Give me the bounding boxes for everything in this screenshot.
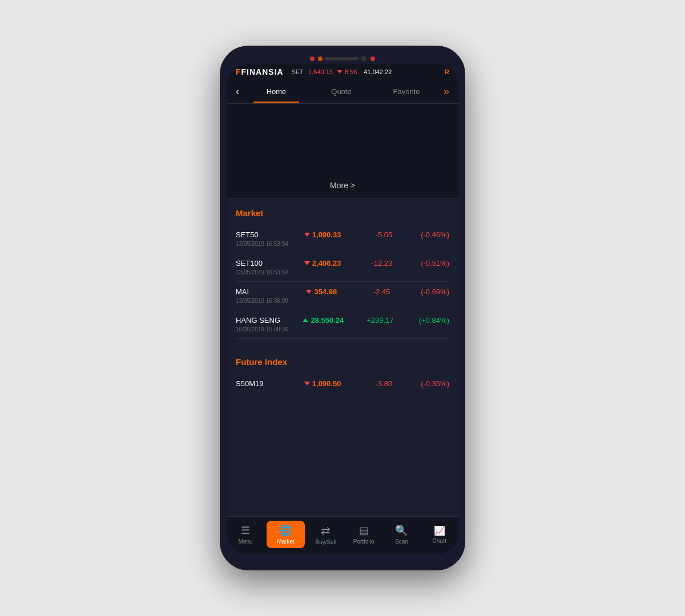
app-logo: FFINANSIA (236, 67, 284, 76)
bottom-spacer (227, 394, 458, 440)
market-icon: 🌐 (279, 524, 292, 537)
tab-favorite[interactable]: Favorite (374, 80, 439, 103)
chart-icon: 📈 (434, 525, 445, 536)
nav-chart[interactable]: 📈 Chart (421, 522, 458, 548)
nav-buysell[interactable]: ⇄ Buy/Sell (307, 520, 345, 549)
nav-portfolio[interactable]: ▤ Portfolio (345, 521, 382, 548)
nav-menu[interactable]: ☰ Menu (227, 521, 264, 548)
nav-market[interactable]: 🌐 Market (267, 521, 304, 548)
s50m19-pct: (-0.35%) (415, 379, 449, 388)
set50-pct: (-0.46%) (415, 230, 449, 239)
market-price-group: 1,090.33 (304, 230, 341, 239)
set-change: 8.56 (337, 68, 357, 75)
s50m19-arrow-down (304, 382, 310, 386)
market-section: Market SET50 1,090.33 -5.05 (-0.46%) 13/… (227, 199, 458, 339)
market-row-hangseng[interactable]: HANG SENG 28,550.24 +239.17 (+0.84%) 10/… (236, 310, 449, 339)
nav-scan[interactable]: 🔍 Scan (382, 521, 420, 548)
market-name-s50m19: S50M19 (236, 379, 281, 388)
set100-pct: (-0.51%) (415, 259, 449, 268)
set100-timestamp: 13/05/2019 16:53:54 (236, 269, 449, 275)
phone-device: FFINANSIA SET 1,640.13 8.56 41,042.22 R … (220, 46, 465, 570)
set50-change: -5.05 (364, 230, 392, 239)
mai-pct: (-0.69%) (415, 287, 449, 296)
main-content: More > Market SET50 1,090.33 -5.05 (-0.4… (227, 104, 458, 516)
menu-label: Menu (239, 538, 253, 545)
mai-change: -2.45 (362, 287, 390, 296)
market-row-s50m19[interactable]: S50M19 1,090.50 -3.80 (-0.35%) (236, 374, 449, 394)
hangseng-timestamp: 10/05/2019 15:08:36 (236, 326, 449, 333)
set-down-arrow (337, 70, 342, 74)
logo-text: FINANSIA (241, 67, 284, 76)
hangseng-arrow-up (303, 318, 308, 322)
future-index-section: Future Index S50M19 1,090.50 -3.80 (-0.3… (227, 348, 458, 394)
hangseng-change: +239.17 (365, 316, 394, 325)
portfolio-label: Portfolio (353, 538, 374, 545)
market-row-main-set100: SET100 2,406.23 -12.23 (-0.51%) (236, 259, 449, 268)
back-button[interactable]: ‹ (231, 80, 244, 103)
market-row-set100[interactable]: SET100 2,406.23 -12.23 (-0.51%) 13/05/20… (236, 253, 449, 282)
market-name-mai: MAI (236, 287, 281, 296)
set100-arrow-down (304, 261, 310, 265)
market-name-set50: SET50 (236, 230, 281, 239)
s50m19-price: 1,090.50 (312, 379, 341, 388)
set50-arrow-down (304, 233, 310, 237)
phone-screen: FFINANSIA SET 1,640.13 8.56 41,042.22 R … (227, 64, 458, 554)
market-price-group-mai: 354.98 (306, 287, 337, 296)
scan-icon: 🔍 (395, 524, 408, 537)
s50m19-change: -3.80 (364, 379, 392, 388)
mai-timestamp: 13/05/2019 16:36:00 (236, 298, 449, 304)
market-price-group-set100: 2,406.23 (304, 259, 341, 268)
nav-tabs: ‹ Home Quote Favorite » (227, 80, 458, 104)
hangseng-price: 28,550.24 (311, 316, 344, 325)
market-price-group-hangseng: 28,550.24 (303, 316, 344, 325)
buysell-label: Buy/Sell (315, 539, 336, 545)
market-name-hangseng: HANG SENG (236, 316, 281, 325)
market-label: Market (277, 538, 295, 545)
phone-notch (227, 52, 458, 64)
logo-icon: F (236, 67, 241, 76)
notch-camera (361, 56, 366, 62)
set50-timestamp: 13/05/2019 16:53:54 (236, 241, 449, 247)
set-change-value: 8.56 (345, 68, 357, 75)
market-title: Market (236, 208, 449, 218)
mai-price: 354.98 (314, 287, 337, 296)
mai-arrow-down (306, 290, 312, 294)
tab-quote[interactable]: Quote (309, 80, 374, 103)
banner-area (227, 104, 458, 172)
market-row-main: SET50 1,090.33 -5.05 (-0.46%) (236, 230, 449, 239)
portfolio-icon: ▤ (359, 524, 369, 537)
hangseng-pct: (+0.84%) (415, 316, 449, 325)
market-row-main-hangseng: HANG SENG 28,550.24 +239.17 (+0.84%) (236, 316, 449, 325)
set50-price: 1,090.33 (312, 230, 341, 239)
notch-dot-orange (318, 56, 323, 61)
market-row-mai[interactable]: MAI 354.98 -2.45 (-0.69%) 13/05/2019 16:… (236, 282, 449, 310)
set100-price: 2,406.23 (312, 259, 341, 268)
set-total: 41,042.22 (364, 68, 392, 75)
more-button[interactable]: More > (330, 181, 355, 190)
future-index-title: Future Index (236, 357, 449, 367)
market-row-main-s50m19: S50M19 1,090.50 -3.80 (-0.35%) (236, 379, 449, 388)
user-button[interactable]: R (445, 68, 449, 75)
notch-dot-right (370, 56, 375, 61)
buysell-icon: ⇄ (321, 524, 331, 537)
set-label: SET (292, 68, 304, 75)
more-tabs-button[interactable]: » (439, 80, 454, 103)
market-row-set50[interactable]: SET50 1,090.33 -5.05 (-0.46%) 13/05/2019… (236, 225, 449, 253)
scan-label: Scan (395, 538, 408, 545)
more-button-row: More > (227, 172, 458, 199)
notch-speaker (324, 57, 358, 60)
market-row-main-mai: MAI 354.98 -2.45 (-0.69%) (236, 287, 449, 296)
bottom-nav: ☰ Menu 🌐 Market ⇄ Buy/Sell ▤ Portfolio 🔍… (227, 516, 458, 554)
chart-label: Chart (433, 538, 446, 544)
set100-change: -12.23 (364, 259, 392, 268)
tab-home[interactable]: Home (244, 80, 309, 103)
status-bar: FFINANSIA SET 1,640.13 8.56 41,042.22 R (227, 64, 458, 80)
set-price: 1,640.13 (308, 68, 333, 75)
market-name-set100: SET100 (236, 259, 281, 268)
menu-icon: ☰ (241, 524, 250, 537)
notch-dot-red (310, 56, 315, 61)
market-price-group-s50m19: 1,090.50 (304, 379, 341, 388)
